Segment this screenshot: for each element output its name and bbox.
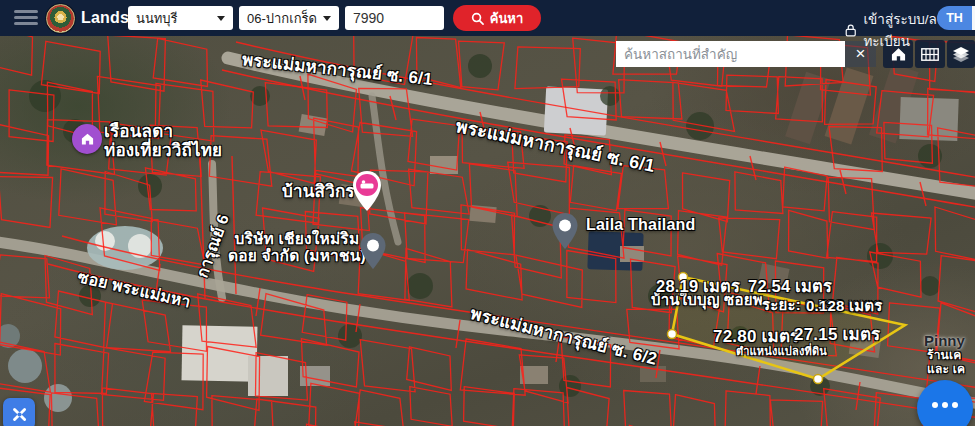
crossed-tools-icon xyxy=(10,405,29,424)
measure-tools-button[interactable] xyxy=(3,398,35,426)
lodging-pin[interactable] xyxy=(351,170,383,216)
satellite-map[interactable]: พระแม่มหาการุณย์ ซ. 6/1 พระแม่มหาการุณย์… xyxy=(0,36,975,426)
district-select[interactable]: 06-ปากเกร็ด xyxy=(239,6,339,30)
search-button[interactable]: ค้นหา xyxy=(453,5,541,31)
language-toggle: TH EN xyxy=(937,6,975,30)
measurement-bottom-left: 72.80 เมตร xyxy=(713,327,799,347)
company-pin[interactable] xyxy=(359,232,387,274)
poi-ruenlada-line2: ท่องเที่ยววิถีไทย xyxy=(104,141,222,160)
poi-pinny-line1: Pinny xyxy=(924,333,965,348)
district-select-value: 06-ปากเกร็ด xyxy=(247,8,317,29)
poi-pinny-line2: ร้านเค xyxy=(927,349,962,363)
lang-th-button[interactable]: TH xyxy=(937,6,972,30)
poi-label-company: บริษัท เชียงใหม่ริม ดอย จำกัด (มหาชน) xyxy=(228,230,366,264)
measurement-top-left: 28.19 เมตร xyxy=(656,277,740,296)
menu-icon[interactable] xyxy=(14,10,38,25)
parcel-vertex-dot xyxy=(814,375,823,384)
bed-pin-icon xyxy=(351,170,383,212)
parcel-number-input[interactable] xyxy=(345,6,444,30)
poi-label-laila: Laila Thailand xyxy=(586,216,696,234)
measurement-distance-overlap: 0.128 เมตร xyxy=(806,297,883,314)
chevron-down-icon xyxy=(323,16,331,21)
measurement-top-right: 72.54 เมตร xyxy=(748,277,832,296)
poi-label-ruenlada: เรือนลดา ท่องเที่ยววิถีไทย xyxy=(104,122,222,160)
attraction-pin[interactable] xyxy=(72,124,102,154)
parcel-vertex-dot xyxy=(668,330,677,339)
house-icon xyxy=(80,132,95,146)
search-icon xyxy=(471,12,484,25)
province-select-value: นนทบุรี xyxy=(136,8,178,29)
laila-pin[interactable] xyxy=(551,212,579,254)
chevron-down-icon xyxy=(217,16,225,21)
top-bar: LandsMaps นนทบุรี 06-ปากเกร็ด ค้นหา เข้า… xyxy=(0,0,975,36)
gray-pin-icon xyxy=(551,212,579,250)
province-select[interactable]: นนทบุรี xyxy=(128,6,233,30)
department-of-lands-logo xyxy=(46,4,75,33)
poi-label-baan-sivikorn: บ้านสิวิกร xyxy=(282,182,355,202)
poi-company-line1: บริษัท เชียงใหม่ริม xyxy=(228,230,366,247)
poi-ruenlada-line1: เรือนลดา xyxy=(104,122,222,141)
poi-label-pinny: Pinny xyxy=(924,333,965,348)
gray-pin-icon xyxy=(359,232,387,270)
poi-pinny-line3: และ เค xyxy=(927,363,965,377)
landmark-search-input[interactable] xyxy=(616,41,845,67)
landsmaps-app: LandsMaps นนทบุรี 06-ปากเกร็ด ค้นหา เข้า… xyxy=(0,0,975,426)
parcel-position-caption: ตำแหน่งแปลงที่ดิน xyxy=(736,345,827,358)
lock-icon xyxy=(845,23,856,38)
poi-company-line2: ดอย จำกัด (มหาชน) xyxy=(228,247,366,264)
map-overlay xyxy=(0,36,975,426)
measurement-bottom-right: 27.15 เมตร xyxy=(794,325,880,345)
search-button-label: ค้นหา xyxy=(490,8,523,29)
ellipsis-icon xyxy=(932,402,938,408)
